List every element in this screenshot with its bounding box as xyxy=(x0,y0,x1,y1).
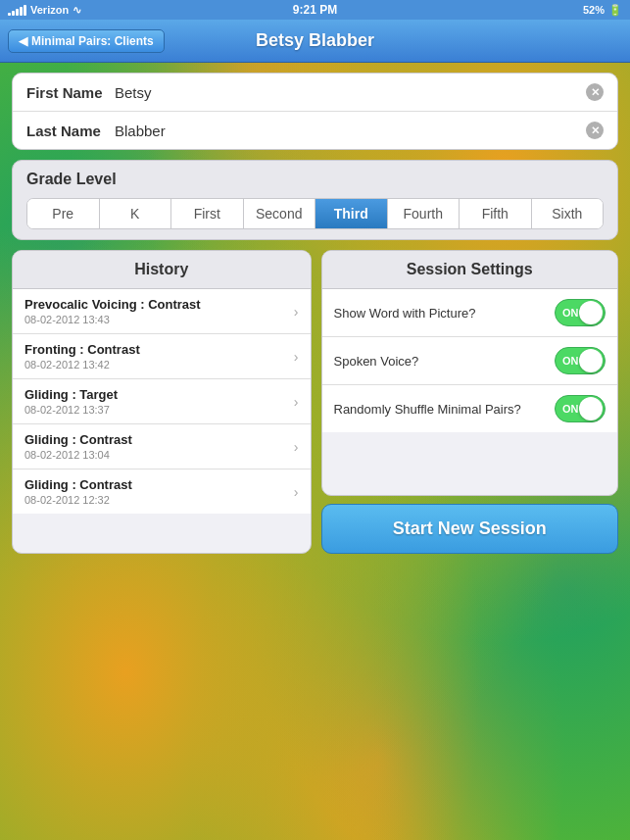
toggle-knob-2 xyxy=(579,349,603,372)
history-item-5-title: Gliding : Contrast xyxy=(24,477,294,492)
chevron-icon-1: › xyxy=(294,304,299,320)
grade-btn-k[interactable]: K xyxy=(100,199,172,228)
back-label: Minimal Pairs: Clients xyxy=(31,34,154,48)
history-panel: History Prevocalic Voicing : Contrast 08… xyxy=(12,250,312,554)
status-bar: Verizon ∿ 9:21 PM 52% 🔋 xyxy=(0,0,630,20)
wifi-icon: ∿ xyxy=(73,4,81,17)
status-right: 52% 🔋 xyxy=(583,4,622,17)
history-item-3-content: Gliding : Target 08-02-2012 13:37 xyxy=(24,387,294,416)
battery-icon: 🔋 xyxy=(608,4,622,17)
toggle-shuffle[interactable]: ON xyxy=(555,395,606,422)
status-left: Verizon ∿ xyxy=(8,4,81,17)
settings-row-1: Show Word with Picture? ON xyxy=(322,289,618,337)
grade-btn-pre[interactable]: Pre xyxy=(27,199,100,228)
back-button[interactable]: ◀ Minimal Pairs: Clients xyxy=(8,29,165,53)
chevron-icon-2: › xyxy=(294,349,299,365)
nav-title: Betsy Blabber xyxy=(256,30,374,51)
last-name-row: Last Name ✕ xyxy=(13,112,617,149)
start-session-button[interactable]: Start New Session xyxy=(321,504,619,554)
grade-btn-first[interactable]: First xyxy=(171,199,244,228)
settings-row-3: Randomly Shuffle Minimal Pairs? ON xyxy=(322,385,618,432)
toggle-spoken-voice[interactable]: ON xyxy=(555,347,606,374)
toggle-on-text-1: ON xyxy=(562,307,579,319)
history-item-4-content: Gliding : Contrast 08-02-2012 13:04 xyxy=(24,432,294,461)
last-name-input[interactable] xyxy=(115,123,586,139)
grade-level-title: Grade Level xyxy=(26,171,604,188)
history-item-5-date: 08-02-2012 12:32 xyxy=(24,494,294,506)
grade-level-card: Grade Level Pre K First Second Third Fou… xyxy=(12,160,618,240)
history-item-1-content: Prevocalic Voicing : Contrast 08-02-2012… xyxy=(24,297,294,325)
first-name-label: First Name xyxy=(26,84,115,101)
bottom-panels: History Prevocalic Voicing : Contrast 08… xyxy=(12,250,618,554)
history-item-5[interactable]: Gliding : Contrast 08-02-2012 12:32 › xyxy=(13,469,311,514)
first-name-clear-button[interactable]: ✕ xyxy=(586,83,604,101)
settings-label-2: Spoken Voice? xyxy=(334,354,556,369)
history-header: History xyxy=(13,251,311,289)
signal-bar-4 xyxy=(20,7,23,16)
history-item-3-title: Gliding : Target xyxy=(24,387,294,402)
settings-label-1: Show Word with Picture? xyxy=(334,306,556,321)
back-icon: ◀ xyxy=(19,34,27,48)
toggle-knob-1 xyxy=(579,301,603,324)
signal-bar-2 xyxy=(12,11,15,16)
history-item-1-title: Prevocalic Voicing : Contrast xyxy=(24,297,294,312)
clear-icon: ✕ xyxy=(591,86,600,99)
first-name-row: First Name ✕ xyxy=(13,74,617,112)
history-item-2-content: Fronting : Contrast 08-02-2012 13:42 xyxy=(24,342,294,371)
history-item-4-title: Gliding : Contrast xyxy=(24,432,294,447)
session-settings-panel: Session Settings Show Word with Picture?… xyxy=(321,250,619,554)
nav-bar: ◀ Minimal Pairs: Clients Betsy Blabber xyxy=(0,20,630,63)
signal-bar-3 xyxy=(16,9,19,16)
grade-btn-fourth[interactable]: Fourth xyxy=(388,199,460,228)
toggle-show-word[interactable]: ON xyxy=(555,299,606,326)
chevron-icon-3: › xyxy=(294,394,299,410)
history-list: Prevocalic Voicing : Contrast 08-02-2012… xyxy=(13,289,311,550)
carrier-label: Verizon xyxy=(30,4,69,16)
history-item-2-date: 08-02-2012 13:42 xyxy=(24,359,294,371)
history-item-3-date: 08-02-2012 13:37 xyxy=(24,404,294,416)
clear-icon-2: ✕ xyxy=(591,124,600,137)
chevron-icon-4: › xyxy=(294,439,299,455)
grade-btn-second[interactable]: Second xyxy=(244,199,316,228)
signal-bars-icon xyxy=(8,4,26,16)
settings-header: Session Settings xyxy=(322,251,618,289)
toggle-on-text-3: ON xyxy=(562,403,579,415)
signal-bar-1 xyxy=(8,13,11,16)
history-item-2-title: Fronting : Contrast xyxy=(24,342,294,357)
last-name-clear-button[interactable]: ✕ xyxy=(586,122,604,139)
grade-btn-sixth[interactable]: Sixth xyxy=(532,199,604,228)
history-item-2[interactable]: Fronting : Contrast 08-02-2012 13:42 › xyxy=(13,334,311,379)
status-time: 9:21 PM xyxy=(293,3,337,17)
history-item-4[interactable]: Gliding : Contrast 08-02-2012 13:04 › xyxy=(13,424,311,469)
history-item-4-date: 08-02-2012 13:04 xyxy=(24,449,294,461)
main-content: First Name ✕ Last Name ✕ Grade Level Pre… xyxy=(0,63,630,564)
history-item-1[interactable]: Prevocalic Voicing : Contrast 08-02-2012… xyxy=(13,289,311,334)
settings-card: Session Settings Show Word with Picture?… xyxy=(321,250,619,496)
grade-btn-third[interactable]: Third xyxy=(315,199,388,228)
battery-label: 52% xyxy=(583,4,605,16)
first-name-input[interactable] xyxy=(115,84,586,101)
chevron-icon-5: › xyxy=(294,484,299,500)
grade-selector: Pre K First Second Third Fourth Fifth Si… xyxy=(26,198,604,229)
settings-row-2: Spoken Voice? ON xyxy=(322,337,618,385)
settings-label-3: Randomly Shuffle Minimal Pairs? xyxy=(334,402,556,417)
history-item-1-date: 08-02-2012 13:43 xyxy=(24,314,294,325)
toggle-on-text-2: ON xyxy=(562,355,579,367)
grade-btn-fifth[interactable]: Fifth xyxy=(460,199,532,228)
history-item-3[interactable]: Gliding : Target 08-02-2012 13:37 › xyxy=(13,379,311,424)
last-name-label: Last Name xyxy=(26,123,115,139)
history-item-5-content: Gliding : Contrast 08-02-2012 12:32 xyxy=(24,477,294,506)
signal-bar-5 xyxy=(24,5,26,16)
toggle-knob-3 xyxy=(579,397,603,420)
name-form-card: First Name ✕ Last Name ✕ xyxy=(12,73,618,150)
